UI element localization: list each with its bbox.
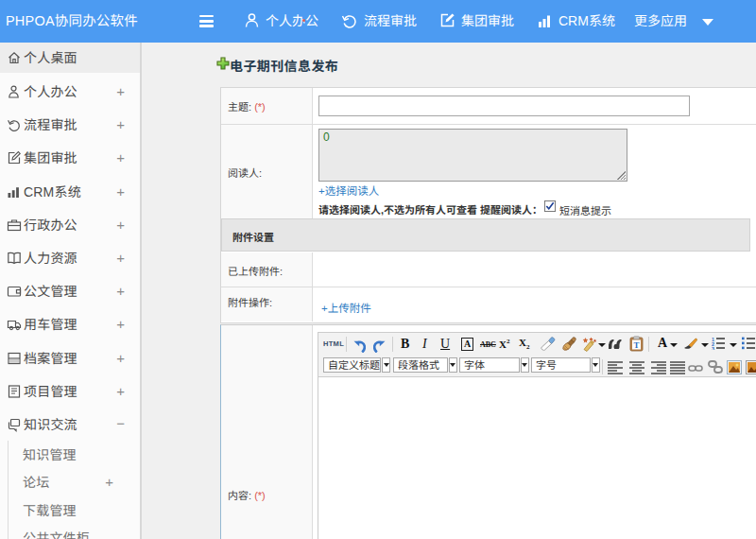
svg-text:T: T xyxy=(633,340,639,350)
svg-text:3: 3 xyxy=(712,346,714,351)
